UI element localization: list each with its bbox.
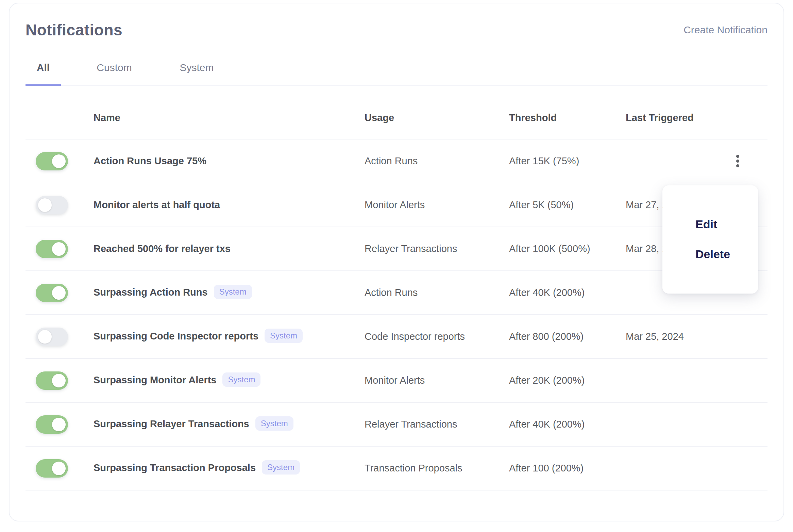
create-notification-button[interactable]: Create Notification <box>684 22 767 37</box>
system-badge: System <box>262 460 300 475</box>
table-row: Action Runs Usage 75% Action Runs After … <box>26 139 767 183</box>
table-row: Surpassing Code Inspector reportsSystem … <box>26 315 767 359</box>
table-row: Monitor alerts at half quota Monitor Ale… <box>26 183 767 227</box>
card-header: Notifications Create Notification <box>26 22 767 37</box>
notification-name: Reached 500% for relayer txs <box>94 243 231 254</box>
system-badge: System <box>255 416 293 431</box>
column-header-name: Name <box>94 112 365 123</box>
threshold-value: After 15K (75%) <box>509 155 626 167</box>
usage-value: Monitor Alerts <box>365 375 509 386</box>
toggle-knob <box>38 198 52 212</box>
notification-name: Monitor alerts at half quota <box>94 199 220 210</box>
table-row: Reached 500% for relayer txs Relayer Tra… <box>26 227 767 271</box>
table-header: Name Usage Threshold Last Triggered <box>26 86 767 139</box>
toggle-switch[interactable] <box>36 371 68 390</box>
table-row: Surpassing Relayer TransactionsSystem Re… <box>26 403 767 447</box>
column-header-threshold: Threshold <box>509 112 626 123</box>
table-row: Surpassing Action RunsSystem Action Runs… <box>26 271 767 315</box>
toggle-switch[interactable] <box>36 328 68 346</box>
tab-all[interactable]: All <box>26 53 61 86</box>
table-body: Action Runs Usage 75% Action Runs After … <box>26 139 767 491</box>
toggle-knob <box>52 462 66 475</box>
usage-value: Relayer Transactions <box>365 419 509 430</box>
toggle-switch[interactable] <box>36 240 68 258</box>
toggle-knob <box>52 286 66 300</box>
tab-system[interactable]: System <box>177 53 217 86</box>
usage-value: Monitor Alerts <box>365 199 509 211</box>
threshold-value: After 40K (200%) <box>509 287 626 298</box>
threshold-value: After 5K (50%) <box>509 199 626 211</box>
menu-item-edit[interactable]: Edit <box>662 213 758 235</box>
context-menu: Edit Delete <box>662 185 758 294</box>
usage-value: Code Inspector reports <box>365 331 509 342</box>
threshold-value: After 100 (200%) <box>509 463 626 474</box>
kebab-menu-icon[interactable] <box>733 151 743 171</box>
threshold-value: After 800 (200%) <box>509 331 626 342</box>
tab-bar: All Custom System <box>26 53 767 86</box>
threshold-value: After 40K (200%) <box>509 419 626 430</box>
usage-value: Action Runs <box>365 287 509 298</box>
usage-value: Action Runs <box>365 155 509 167</box>
column-header-last-triggered: Last Triggered <box>626 112 714 123</box>
toggle-knob <box>52 418 66 431</box>
tab-custom[interactable]: Custom <box>94 53 135 86</box>
toggle-knob <box>52 154 66 168</box>
table-row: Surpassing Monitor AlertsSystem Monitor … <box>26 359 767 403</box>
notification-name: Surpassing Monitor Alerts <box>94 375 216 385</box>
notification-name: Surpassing Action Runs <box>94 287 208 298</box>
notification-name: Action Runs Usage 75% <box>94 155 206 166</box>
toggle-switch[interactable] <box>36 196 68 214</box>
notification-name: Surpassing Relayer Transactions <box>94 418 249 429</box>
system-badge: System <box>265 329 303 343</box>
last-triggered-value: Mar 25, 2024 <box>626 331 714 342</box>
table-row: Surpassing Transaction ProposalsSystem T… <box>26 447 767 491</box>
page-title: Notifications <box>26 22 122 37</box>
toggle-switch[interactable] <box>36 459 68 478</box>
notification-name: Surpassing Transaction Proposals <box>94 462 256 473</box>
system-badge: System <box>214 285 252 299</box>
threshold-value: After 100K (500%) <box>509 243 626 254</box>
column-header-usage: Usage <box>365 112 509 123</box>
system-badge: System <box>222 372 260 387</box>
threshold-value: After 20K (200%) <box>509 375 626 386</box>
toggle-switch[interactable] <box>36 284 68 302</box>
usage-value: Relayer Transactions <box>365 243 509 254</box>
usage-value: Transaction Proposals <box>365 463 509 474</box>
toggle-switch[interactable] <box>36 415 68 434</box>
toggle-switch[interactable] <box>36 152 68 170</box>
notification-name: Surpassing Code Inspector reports <box>94 331 258 342</box>
menu-item-delete[interactable]: Delete <box>662 243 758 265</box>
toggle-knob <box>52 374 66 387</box>
toggle-knob <box>38 330 52 344</box>
toggle-knob <box>52 242 66 256</box>
